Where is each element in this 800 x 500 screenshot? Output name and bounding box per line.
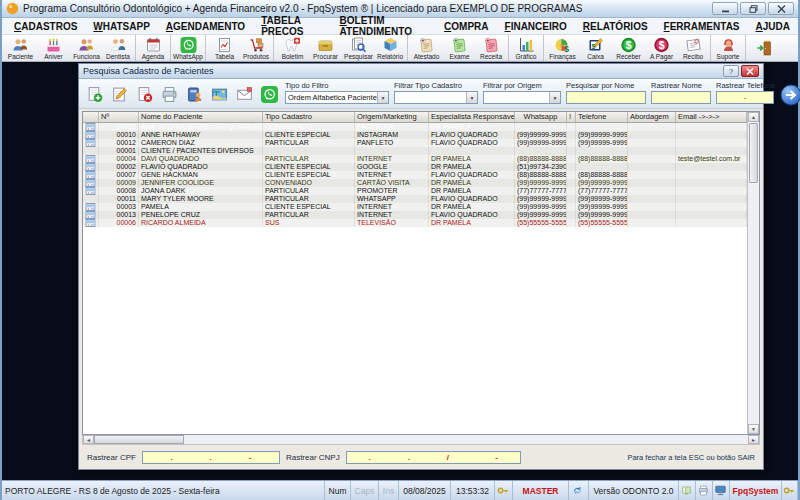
toolbar-button[interactable]: $ A Pagar [645, 35, 678, 61]
menu-item[interactable]: FERRAMENTAS [656, 20, 748, 33]
toolbar-button[interactable]: Receita [476, 35, 509, 61]
toolbar-button[interactable]: $ Receber [612, 35, 645, 61]
menu-item[interactable]: CADASTROS [6, 20, 85, 33]
tool-button[interactable] [109, 84, 130, 105]
scrollbar-thumb[interactable] [94, 435, 184, 444]
column-header[interactable]: Especialista Responsável [429, 112, 515, 122]
close-button[interactable] [768, 2, 794, 15]
scroll-right-icon[interactable]: ► [748, 435, 759, 444]
trace-name-input[interactable] [651, 91, 711, 104]
table-row[interactable]: 00013 PENELOPE CRUZ PARTICULAR INTERNET … [83, 211, 747, 219]
column-header[interactable] [83, 112, 99, 122]
toolbar-button[interactable]: Pesquisar [342, 35, 375, 61]
table-body: 00005 ANA VITÓRIA MEIRELLES QUADRADO CON… [83, 123, 747, 434]
toolbar-button[interactable]: Exame [443, 35, 476, 61]
search-name-input[interactable] [566, 91, 646, 104]
filter-registration-select[interactable]: ▼ [394, 91, 478, 104]
table-row[interactable]: 00011 MARY TYLER MOORE PARTICULAR WHATSA… [83, 195, 747, 203]
patient-file-icon [186, 86, 203, 103]
table-row[interactable]: 00012 CAMERON DIAZ PARTICULAR PANFLETO F… [83, 139, 747, 147]
cell-name: DAVI QUADRADO [139, 155, 263, 163]
toolbar-label: Dentista [106, 53, 130, 60]
menu-item[interactable]: WHATSAPP [85, 20, 158, 33]
filter-type-label: Tipo do Filtro [285, 81, 389, 90]
toolbar-button[interactable] [748, 35, 781, 61]
column-header[interactable]: Nº [99, 112, 139, 122]
toolbar-button[interactable]: Gráfico [511, 35, 544, 61]
column-header[interactable]: ! [567, 112, 576, 122]
toolbar-button[interactable]: Suporte [713, 35, 746, 61]
filter-type-select[interactable]: Ordem Alfabetica Paciente ▼ [285, 91, 389, 104]
cell-approach [628, 211, 676, 219]
tool-button[interactable] [184, 84, 205, 105]
cnpj-label: Rastrear CNPJ [286, 453, 340, 462]
menu-item[interactable]: RELATÓRIOS [575, 20, 656, 33]
filter-origin-select[interactable]: ▼ [483, 91, 561, 104]
scroll-down-icon[interactable]: ▼ [748, 424, 759, 434]
tool-button[interactable] [84, 84, 105, 105]
restore-button[interactable] [740, 2, 766, 15]
menu-item[interactable]: COMPRA [436, 20, 496, 33]
cpf-input[interactable]: . . - [142, 451, 280, 464]
table-row[interactable]: 00002 FLAVIO QUADRADO CLIENTE ESPECIAL G… [83, 163, 747, 171]
table-row[interactable]: 00005 ANA VITÓRIA MEIRELLES QUADRADO CON… [83, 123, 747, 131]
menu-item[interactable]: FINANCEIRO [497, 20, 575, 33]
tool-button[interactable] [234, 84, 255, 105]
toolbar-label: Suporte [717, 53, 740, 60]
scrollbar-thumb[interactable] [749, 123, 758, 183]
tool-button[interactable] [134, 84, 155, 105]
table-row[interactable]: 00010 ANNE HATHAWAY CLIENTE ESPECIAL INS… [83, 131, 747, 139]
menu-item[interactable]: AJUDA [748, 20, 798, 33]
table-row[interactable]: 00006 RICARDO ALMEIDA SUS TELEVISÃO DR P… [83, 219, 747, 227]
minimize-button[interactable] [712, 2, 738, 15]
scroll-up-icon[interactable]: ▲ [748, 112, 759, 122]
scrollbar-track[interactable] [184, 435, 748, 444]
toolbar-button[interactable]: $ Caixa [579, 35, 612, 61]
cell-whatsapp: (88)88888-8888 [515, 155, 567, 163]
column-header[interactable]: Email ->->-> [676, 112, 747, 122]
panel-close-button[interactable] [741, 65, 759, 77]
toolbar-button[interactable]: Agenda [138, 35, 171, 61]
toolbar-button[interactable]: Paciente [4, 35, 37, 61]
column-header[interactable]: Abordagem [628, 112, 676, 122]
toolbar-button[interactable]: WhatsApp [173, 35, 206, 61]
table-row[interactable]: 00004 DAVI QUADRADO PARTICULAR INTERNET … [83, 155, 747, 163]
toolbar-button[interactable]: Dentista [103, 35, 136, 61]
cell-whatsapp: (99)99999-9999 [515, 131, 567, 139]
toolbar-button[interactable]: Recibo [678, 35, 711, 61]
table-row[interactable]: 00001 CLIENTE / PACIENTES DIVERSOS [83, 147, 747, 155]
horizontal-scrollbar[interactable]: ◄ ► [82, 435, 760, 445]
toolbar-button[interactable]: Produtos [241, 35, 274, 61]
table-row[interactable]: 00007 GENE HACKMAN CLIENTE ESPECIAL INTE… [83, 171, 747, 179]
toolbar-button[interactable]: Tabela [208, 35, 241, 61]
toolbar-button[interactable]: Procurar [309, 35, 342, 61]
tool-button[interactable] [259, 84, 280, 105]
tool-button[interactable] [159, 84, 180, 105]
cell-phone [576, 123, 628, 131]
scroll-left-icon[interactable]: ◄ [83, 435, 94, 444]
toolbar-button[interactable]: Funciona [70, 35, 103, 61]
tool-button[interactable] [209, 84, 230, 105]
table-row[interactable]: 00003 PAMELA CLIENTE ESPECIAL INTERNET D… [83, 203, 747, 211]
toolbar-button[interactable]: Aniver [37, 35, 70, 61]
search-by-name-label: Pesquisar por Nome [566, 81, 646, 90]
column-header[interactable]: Nome do Paciente [139, 112, 263, 122]
table-row[interactable]: 00009 JENNIFER COOLIDGE CONVENIADO CARTÃ… [83, 179, 747, 187]
menu-item[interactable]: AGENDAMENTO [158, 20, 253, 33]
toolbar-button[interactable]: Atestado [410, 35, 443, 61]
table-row[interactable]: 00008 JOANA DARK PARTICULAR PROMOTER DR … [83, 187, 747, 195]
vertical-scrollbar[interactable]: ▲ ▼ [747, 112, 759, 434]
help-button[interactable]: ? [723, 65, 739, 77]
toolbar-button[interactable]: Relatório [375, 35, 408, 61]
column-header[interactable]: Tipo Cadastro [263, 112, 355, 122]
status-segment: 13:53:32 [451, 481, 495, 500]
column-header[interactable]: Whatsapp [515, 112, 567, 122]
toolbar-button[interactable]: Boletim [276, 35, 309, 61]
cell-origin: INTERNET [355, 171, 429, 179]
trace-phone-input[interactable]: - [716, 91, 774, 104]
column-header[interactable]: Telefone [576, 112, 628, 122]
go-button[interactable] [780, 83, 800, 106]
toolbar-button[interactable]: $ Finanças [546, 35, 579, 61]
column-header[interactable]: Origem/Marketing [355, 112, 429, 122]
cnpj-input[interactable]: . . / - [346, 451, 521, 464]
